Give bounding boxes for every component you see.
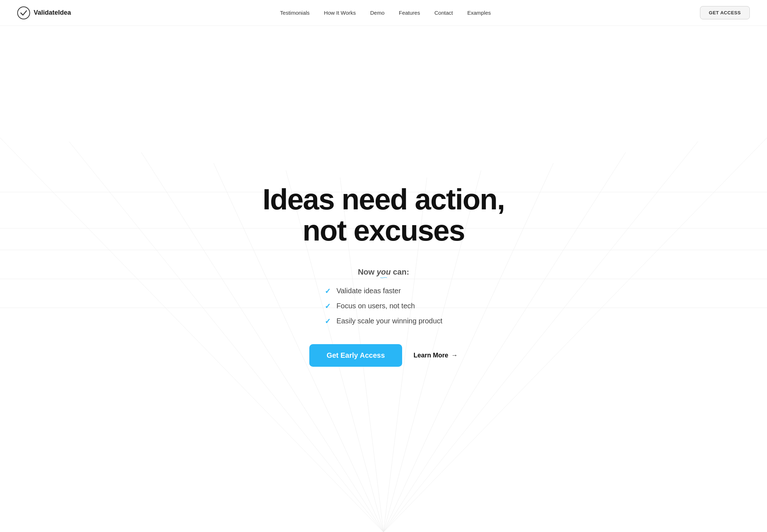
subheading-suffix: can: — [391, 267, 409, 276]
brand-name: ValidateIdea — [34, 9, 71, 16]
svg-point-0 — [18, 7, 30, 19]
headline-line1: Ideas need action, — [263, 183, 505, 215]
learn-more-label: Learn More — [414, 352, 448, 359]
checklist-item-1: ✓ Validate ideas faster — [325, 287, 401, 295]
brand-logo[interactable]: ValidateIdea — [17, 6, 71, 19]
get-early-access-button[interactable]: Get Early Access — [309, 344, 402, 367]
cta-row: Get Early Access Learn More → — [309, 344, 458, 367]
nav-link-examples[interactable]: Examples — [467, 10, 491, 16]
learn-more-link[interactable]: Learn More → — [414, 352, 458, 359]
checklist-item-3: ✓ Easily scale your winning product — [325, 317, 443, 326]
hero-section: Ideas need action, not excuses Now you c… — [0, 26, 767, 532]
nav-link-how-it-works[interactable]: How It Works — [324, 10, 356, 16]
learn-more-arrow: → — [451, 352, 458, 359]
check-icon-2: ✓ — [325, 302, 331, 310]
headline-line2: not excuses — [302, 214, 465, 247]
navbar: ValidateIdea Testimonials How It Works D… — [0, 0, 767, 26]
checklist: ✓ Validate ideas faster ✓ Focus on users… — [325, 287, 443, 326]
you-underline-svg — [377, 277, 391, 278]
nav-link-testimonials[interactable]: Testimonials — [280, 10, 310, 16]
nav-link-demo[interactable]: Demo — [370, 10, 385, 16]
nav-link-contact[interactable]: Contact — [434, 10, 453, 16]
hero-subheading: Now you can: — [358, 267, 409, 277]
hero-headline: Ideas need action, not excuses — [263, 184, 505, 246]
nav-get-access-button[interactable]: GET ACCESS — [700, 6, 750, 19]
check-icon-3: ✓ — [325, 317, 331, 326]
hero-content: Ideas need action, not excuses Now you c… — [263, 184, 505, 366]
logo-icon — [17, 6, 30, 19]
check-icon-1: ✓ — [325, 287, 331, 295]
nav-link-features[interactable]: Features — [399, 10, 420, 16]
checklist-text-2: Focus on users, not tech — [337, 302, 415, 310]
subheading-you: you — [377, 267, 391, 277]
checklist-item-2: ✓ Focus on users, not tech — [325, 302, 415, 310]
subheading-prefix: Now — [358, 267, 377, 276]
nav-links: Testimonials How It Works Demo Features … — [280, 10, 491, 16]
checklist-text-1: Validate ideas faster — [337, 287, 401, 295]
checklist-text-3: Easily scale your winning product — [337, 317, 443, 325]
